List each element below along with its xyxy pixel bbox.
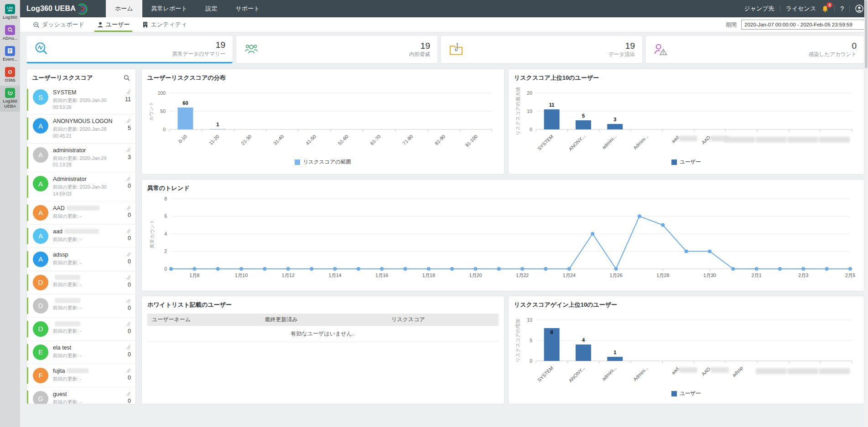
log360-icon: LOG360 <box>5 4 15 14</box>
user-avatar: F <box>33 368 48 383</box>
rail-item-o365[interactable]: O O365 <box>0 65 20 86</box>
rail-item-log360[interactable]: LOG360 Log360 <box>0 2 20 23</box>
user-list-item[interactable]: A administrator 前回の更新: 2020-Jan-29 01:13… <box>27 144 135 172</box>
risk-accent-bar <box>27 175 28 197</box>
svg-text:カウント: カウント <box>148 102 154 121</box>
anomaly-trend-panel: 異常のトレンド 02468異常カウント1月81月101月121月141月161月… <box>141 179 864 291</box>
top10-risk-users-chart[interactable]: 01020リスクスコアの最大値11SYSTEM5ANONY...3admini.… <box>514 82 858 156</box>
svg-text:2月3: 2月3 <box>798 273 808 278</box>
pin-off-icon[interactable] <box>126 391 131 396</box>
charts-column: ユーザーリスクスコアの分布 050100カウント600-10111-2021-3… <box>141 69 864 404</box>
anomaly-trend-chart[interactable]: 02468異常カウント1月81月101月121月141月161月181月201月… <box>147 192 858 284</box>
jump-to-link[interactable]: ジャンプ先 <box>744 5 774 13</box>
user-list-item[interactable]: A adssp 前回の更新: - 0 <box>27 248 135 271</box>
rail-item-log360-ueba[interactable]: Log360 UEBA <box>0 86 20 112</box>
user-list-item[interactable]: S SYSTEM 前回の更新: 2020-Jan-30 00:53:26 11 <box>27 86 135 114</box>
notification-count-badge: 3 <box>826 2 832 8</box>
user-risk-score: 11 <box>125 96 131 103</box>
card-data-exfiltration[interactable]: 19 データ流出 <box>441 36 642 63</box>
user-list-item[interactable]: A Administrator 前回の更新: 2020-Jan-30 14:59… <box>27 172 135 201</box>
chart-title: 異常のトレンド <box>147 184 858 192</box>
pin-off-icon[interactable] <box>126 275 131 280</box>
tab-settings[interactable]: 設定 <box>197 0 227 17</box>
user-name: aad <box>53 228 126 235</box>
period-range-input[interactable] <box>741 20 865 30</box>
pin-off-icon[interactable] <box>126 298 131 304</box>
page-scrollbar[interactable] <box>864 0 868 427</box>
user-list-item[interactable]: E ela test 前回の更新: - 0 <box>27 341 135 364</box>
pin-off-icon[interactable] <box>126 176 131 181</box>
pin-off-icon[interactable] <box>126 252 131 257</box>
user-name: SYSTEM <box>53 89 125 96</box>
risk-score-distribution-chart[interactable]: 050100カウント600-10111-2021-3031-4041-5051-… <box>147 82 499 156</box>
user-panel-title: ユーザーリスクスコア <box>32 74 93 82</box>
user-last-updated: 前回の更新: 2020-Jan-30 00:53:26 <box>53 97 120 110</box>
pin-off-icon[interactable] <box>126 90 131 95</box>
pin-off-icon[interactable] <box>126 229 131 234</box>
top-navbar: Log360 UEBA ホーム 異常レポート 設定 サポート ジャンプ先 ライセ… <box>20 0 868 17</box>
user-list-item[interactable]: D 前回の更新: - 0 <box>27 318 135 341</box>
svg-text:AAD.: AAD. <box>701 134 712 145</box>
col-risk-score: リスクスコア <box>391 316 494 324</box>
card-label: 内部脅威 <box>409 51 430 58</box>
legend-swatch <box>671 159 677 165</box>
top10-risk-gain-chart[interactable]: 0510リスクスコアの増加8SYSTEM4ANONY...1admini...A… <box>514 309 858 387</box>
search-icon[interactable] <box>124 75 130 81</box>
svg-text:10: 10 <box>527 108 532 114</box>
tab-home[interactable]: ホーム <box>106 0 142 17</box>
tab-dashboard[interactable]: ダッシュボード <box>26 17 91 32</box>
rail-item-eventlog[interactable]: Event... <box>0 44 20 65</box>
tab-entities[interactable]: エンティティ <box>136 17 193 32</box>
user-list-item[interactable]: A ANONYMOUS LOGON 前回の更新: 2020-Jan-28 00:… <box>27 114 135 143</box>
user-list-item[interactable]: F fujita 前回の更新: - 0 <box>27 364 135 387</box>
pin-off-icon[interactable] <box>126 206 131 211</box>
user-list-item[interactable]: G guest 前回の更新: - 0 <box>27 387 135 405</box>
pin-off-icon[interactable] <box>126 148 131 153</box>
o365-icon: O <box>5 67 15 77</box>
tab-users[interactable]: ユーザー <box>91 17 136 32</box>
user-last-updated: 前回の更新: - <box>53 281 120 288</box>
risk-accent-bar <box>27 205 28 221</box>
svg-text:リスクスコアの最大値: リスクスコアの最大値 <box>515 87 520 136</box>
svg-text:Admini...: Admini... <box>632 134 649 150</box>
user-list-item[interactable]: D 前回の更新: - 0 <box>27 294 135 318</box>
chart-legend[interactable]: リスクスコアの範囲 <box>147 159 499 165</box>
svg-text:5: 5 <box>530 338 532 343</box>
rail-item-adaudit[interactable]: ADAu... <box>0 23 20 44</box>
svg-text:SYSTEM: SYSTEM <box>536 134 554 151</box>
svg-text:リスクスコアの増加: リスクスコアの増加 <box>515 319 520 362</box>
chart-legend[interactable]: ユーザー <box>514 159 858 165</box>
card-anomaly-summary[interactable]: 19 異常データのサマリー <box>26 36 233 63</box>
tab-support[interactable]: サポート <box>227 0 269 17</box>
user-list-item[interactable]: A AAD 前回の更新: - 0 <box>27 201 135 225</box>
app-logo[interactable]: Log360 UEBA <box>26 3 88 15</box>
user-list-item[interactable]: A aad 前回の更新: - 0 <box>27 225 135 248</box>
tab-anomaly-report[interactable]: 異常レポート <box>142 0 197 17</box>
user-list-item[interactable]: D 前回の更新: - 0 <box>27 271 135 294</box>
svg-text:10: 10 <box>527 317 532 323</box>
user-last-updated: 前回の更新: - <box>53 304 120 311</box>
user-list: S SYSTEM 前回の更新: 2020-Jan-30 00:53:26 11 … <box>27 86 135 404</box>
user-name: guest <box>53 391 126 397</box>
pin-off-icon[interactable] <box>126 322 131 327</box>
logo-arcs-icon <box>77 3 88 15</box>
svg-text:1月28: 1月28 <box>656 273 669 278</box>
license-link[interactable]: ライセンス <box>786 5 816 13</box>
ueba-icon <box>5 88 15 98</box>
card-insider-threat[interactable]: 19 内部脅威 <box>236 36 437 63</box>
chart-legend[interactable]: ユーザー <box>514 390 858 397</box>
scrollbar-thumb[interactable] <box>865 0 868 68</box>
card-compromised-accounts[interactable]: 0 感染したアカウント <box>646 36 864 63</box>
period-selector: 期間 <box>726 20 865 30</box>
help-button[interactable]: ? <box>840 5 844 12</box>
user-last-updated: 前回の更新: 2020-Jan-28 00:45:21 <box>53 126 120 139</box>
pin-off-icon[interactable] <box>126 368 131 373</box>
svg-text:21-30: 21-30 <box>240 134 253 146</box>
notification-bell-icon[interactable]: 3 <box>821 5 829 13</box>
col-username: ユーザーネーム <box>152 316 265 324</box>
pin-off-icon[interactable] <box>126 345 131 350</box>
pin-off-icon[interactable] <box>126 118 131 123</box>
account-avatar-icon[interactable] <box>855 5 863 13</box>
chart-title: リスクスコア上位10のユーザー <box>514 74 858 82</box>
svg-text:admini...: admini... <box>601 365 618 382</box>
